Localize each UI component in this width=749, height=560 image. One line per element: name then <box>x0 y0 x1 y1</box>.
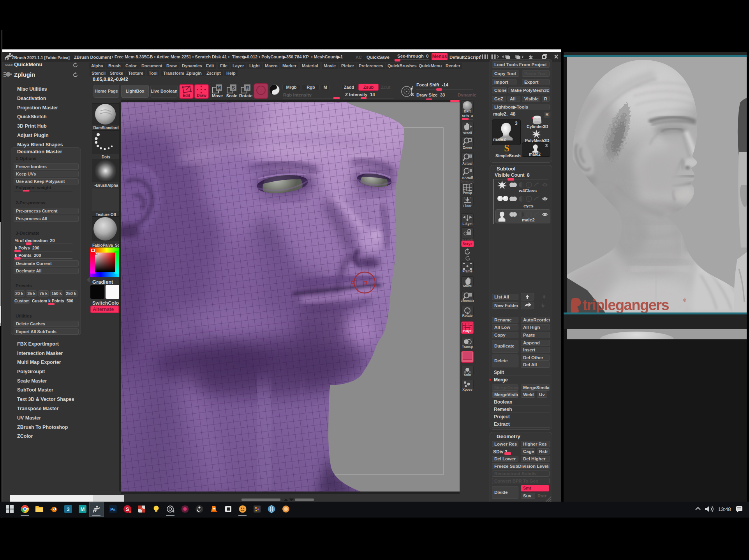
svg-text:S: S <box>504 143 509 153</box>
svg-text:Ps: Ps <box>110 507 115 512</box>
svg-text:S: S <box>411 92 414 97</box>
svg-text:S: S <box>126 506 129 512</box>
svg-text:y: y <box>467 197 468 198</box>
svg-text:z: z <box>470 197 471 199</box>
svg-text:x: x <box>464 197 465 199</box>
svg-text:R: R <box>245 85 249 91</box>
svg-text:1: 1 <box>469 155 471 158</box>
svg-text:13:48: 13:48 <box>718 506 731 512</box>
svg-text:M: M <box>217 85 221 91</box>
svg-text:S: S <box>232 85 235 91</box>
svg-text:Y: Y <box>467 251 469 254</box>
svg-text:Z: Z <box>467 258 469 260</box>
svg-text:triplegangers: triplegangers <box>583 297 669 312</box>
svg-text:M: M <box>81 506 85 512</box>
svg-text:®: ® <box>683 298 686 302</box>
svg-text:3: 3 <box>67 506 69 512</box>
